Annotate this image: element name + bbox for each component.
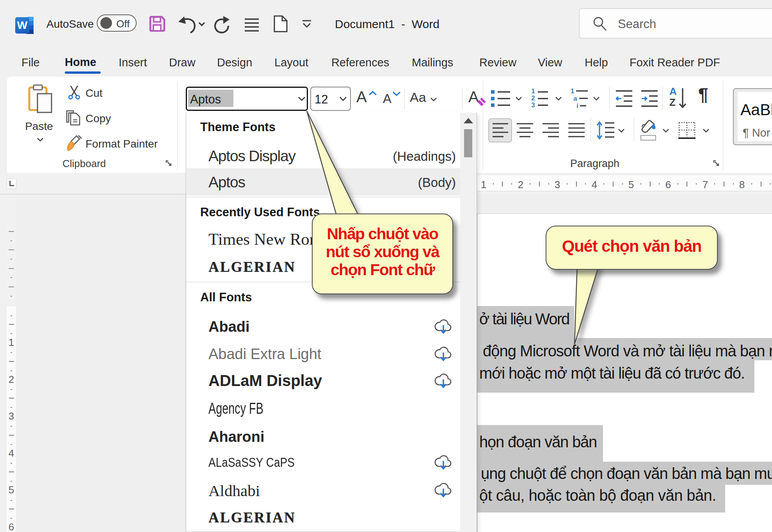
svg-text:i: i — [576, 102, 578, 110]
svg-text:a: a — [573, 95, 577, 102]
svg-text:1: 1 — [571, 88, 574, 95]
